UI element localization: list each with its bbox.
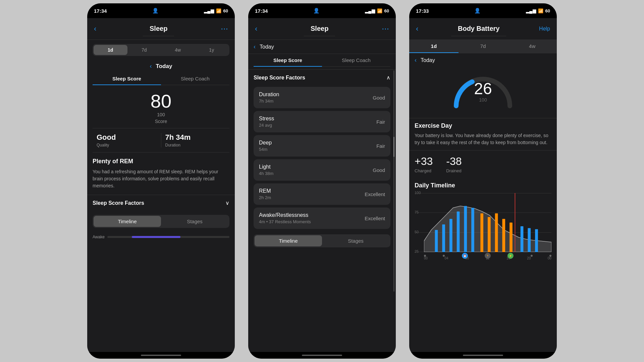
battery-stats-3: +33 Charged -38 Drained: [409, 150, 557, 178]
page-title-2: Sleep: [304, 21, 335, 36]
back-button-2[interactable]: ‹: [255, 24, 257, 33]
svg-rect-4: [457, 212, 460, 252]
date-nav-2: ‹ Today: [248, 40, 396, 54]
factor-rem-sub: 2h 2m: [259, 195, 271, 200]
exercise-section-3: Exercise Day Your battery is low. You ha…: [409, 118, 557, 150]
rem-text-1: You had a refreshing amount of REM sleep…: [93, 168, 229, 189]
status-icons-2: ▂▄▆ 📶 60: [365, 8, 389, 13]
stat-quality-1: Good Quality: [93, 133, 161, 147]
drained-stat-3: -38 Drained: [446, 155, 462, 173]
more-button-2[interactable]: ⋯: [382, 24, 389, 33]
factor-rem-name: REM: [259, 188, 271, 194]
bb-period-7d[interactable]: 7d: [459, 40, 508, 53]
tab-timeline-1[interactable]: Timeline: [94, 216, 161, 227]
svg-rect-1: [435, 230, 438, 252]
timeline-title-3: Daily Timeline: [415, 182, 551, 189]
person-icon-1: 👤: [152, 8, 159, 14]
tab-stages-2[interactable]: Stages: [322, 235, 389, 246]
time-2: 17:34: [255, 8, 268, 14]
date-label-2: Today: [260, 44, 274, 50]
prev-date-3[interactable]: ‹: [415, 57, 417, 64]
dot-4: [549, 255, 551, 257]
svg-rect-2: [442, 225, 445, 252]
timeline-section-3: Daily Timeline 100 75 50 25: [409, 178, 557, 264]
factor-rem-rating: Excellent: [365, 191, 385, 197]
signal-icon-2: ▂▄▆: [365, 8, 375, 13]
back-button-3[interactable]: ‹: [416, 24, 418, 33]
date-label-3: Today: [421, 57, 435, 63]
tab-sleep-coach-2[interactable]: Sleep Coach: [322, 54, 390, 66]
factor-deep[interactable]: Deep 54m Fair: [254, 135, 390, 157]
rem-section-1: Plenty of REM You had a refreshing amoun…: [87, 153, 235, 195]
signal-icon-1: ▂▄▆: [204, 8, 214, 13]
factor-stress[interactable]: Stress 24 avg Fair: [254, 111, 390, 132]
gauge-number-3: 26: [474, 79, 492, 98]
factor-awake-name: Awake/Restlessness: [259, 212, 311, 218]
scroll-thumb-2: [393, 137, 394, 157]
svg-rect-13: [521, 226, 524, 252]
phone-1: 17:34 👤 ▂▄▆ 📶 60 ‹ Sleep ⋯ 1d 7d 4w 1y ‹…: [87, 3, 235, 359]
factor-deep-rating: Fair: [376, 143, 385, 149]
dot-2: [443, 255, 445, 257]
prev-date-1[interactable]: ‹: [150, 63, 152, 70]
dot-active-2: 🏃: [485, 253, 491, 259]
factor-duration[interactable]: Duration 7h 34m Good: [254, 87, 390, 108]
factor-duration-rating: Good: [373, 95, 385, 101]
bb-period-1d[interactable]: 1d: [409, 40, 459, 53]
bb-period-4w[interactable]: 4w: [507, 40, 557, 53]
factors-title-2: Sleep Score Factors: [254, 75, 305, 81]
drained-label-3: Drained: [446, 168, 462, 173]
factor-awake[interactable]: Awake/Restlessness 4m • 37 Restless Mome…: [254, 207, 390, 229]
status-icons-3: ▂▄▆ 📶 60: [526, 8, 550, 13]
signal-icon-3: ▂▄▆: [526, 8, 536, 13]
factor-deep-info: Deep 54m: [259, 140, 272, 152]
tab-row-2: Sleep Score Sleep Coach: [254, 54, 390, 67]
factor-stress-name: Stress: [259, 116, 274, 122]
back-button-1[interactable]: ‹: [94, 24, 96, 33]
score-max-1: 100: [93, 112, 229, 117]
quality-label-1: Quality: [97, 143, 157, 147]
tab-sleep-coach-1[interactable]: Sleep Coach: [161, 72, 229, 85]
chevron-up-icon-2: ∧: [386, 74, 390, 81]
factor-deep-sub: 54m: [259, 147, 272, 152]
factor-light-sub: 4h 38m: [259, 171, 273, 176]
factor-awake-rating: Excellent: [365, 216, 385, 221]
factor-light[interactable]: Light 4h 38m Good: [254, 159, 390, 181]
more-button-1[interactable]: ⋯: [221, 24, 228, 33]
period-7d[interactable]: 7d: [127, 45, 161, 55]
tab-sleep-score-1[interactable]: Sleep Score: [93, 72, 161, 85]
tab-timeline-2[interactable]: Timeline: [255, 235, 322, 246]
period-4w[interactable]: 4w: [161, 45, 195, 55]
rem-title-1: Plenty of REM: [93, 158, 229, 165]
tab-stages-1[interactable]: Stages: [161, 216, 228, 227]
dot-active-3: ⚡: [507, 253, 514, 259]
content-1: 1d 7d 4w 1y ‹ Today Sleep Score Sleep Co…: [87, 40, 235, 352]
svg-rect-15: [535, 229, 538, 252]
page-title-3: Body Battery: [451, 21, 506, 36]
duration-value-1: 7h 34m: [165, 133, 226, 142]
factor-rem-info: REM 2h 2m: [259, 188, 271, 200]
tab-sleep-score-2[interactable]: Sleep Score: [254, 54, 322, 66]
factor-rem[interactable]: REM 2h 2m Excellent: [254, 183, 390, 205]
quality-value-1: Good: [97, 133, 157, 142]
chevron-down-icon-1: ∨: [225, 200, 229, 206]
time-3: 17:33: [416, 8, 429, 14]
svg-rect-14: [528, 228, 531, 252]
period-1d[interactable]: 1d: [94, 45, 127, 55]
period-1y[interactable]: 1y: [195, 45, 229, 55]
factor-awake-sub: 4m • 37 Restless Moments: [259, 219, 311, 224]
sleep-bar-row-1: Awake: [87, 232, 235, 242]
phone-3: 17:33 👤 ▂▄▆ 📶 60 ‹ Body Battery Help 1d …: [409, 3, 557, 359]
nav-bar-2: ‹ Sleep ⋯: [248, 18, 396, 40]
factor-duration-info: Duration 7h 34m: [259, 92, 279, 104]
prev-date-2[interactable]: ‹: [254, 43, 256, 50]
svg-rect-11: [509, 223, 513, 252]
battery-3: 60: [545, 8, 550, 13]
stats-row-1: Good Quality 7h 34m Duration: [93, 128, 229, 153]
status-icons-1: ▂▄▆ 📶 60: [204, 8, 228, 13]
date-label-1: Today: [156, 63, 172, 70]
factor-stress-info: Stress 24 avg: [259, 116, 274, 128]
help-button-3[interactable]: Help: [539, 26, 550, 32]
factors-header-1[interactable]: Sleep Score Factors ∨: [87, 195, 235, 211]
factors-header-2[interactable]: Sleep Score Factors ∧: [248, 69, 396, 85]
